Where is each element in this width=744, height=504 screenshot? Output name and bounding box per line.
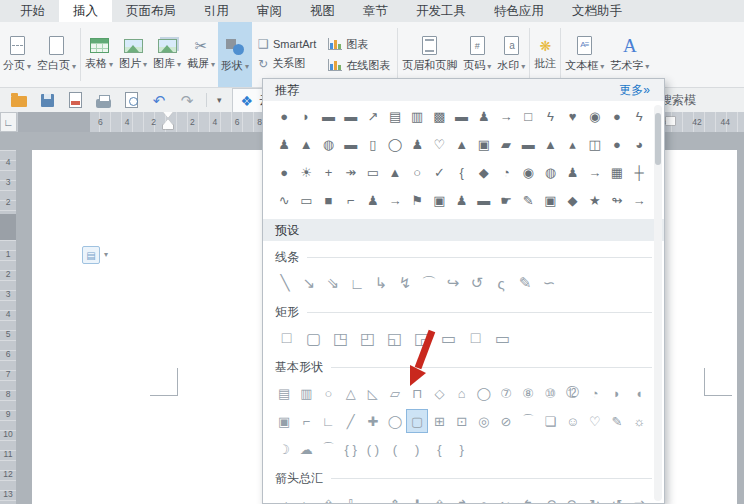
recommended-shape[interactable]: ↠: [340, 160, 362, 184]
arrow-shape[interactable]: ⇕: [384, 492, 406, 504]
relation-diagram-button[interactable]: ↻ 关系图: [258, 56, 316, 71]
save-button[interactable]: [38, 91, 56, 109]
rectangle-shape[interactable]: ▢: [300, 326, 327, 350]
recommended-shape[interactable]: ▬: [340, 132, 362, 156]
menu-tab-引用[interactable]: 引用: [190, 0, 243, 22]
basic-shape[interactable]: ⌒: [317, 437, 339, 461]
recommended-shape[interactable]: ●: [606, 104, 628, 128]
menu-tab-插入[interactable]: 插入: [59, 0, 112, 22]
line-shape[interactable]: ∽: [537, 271, 561, 295]
menu-tab-开始[interactable]: 开始: [6, 0, 59, 22]
basic-shape[interactable]: (: [384, 437, 406, 461]
recommended-shape[interactable]: ▬: [451, 104, 473, 128]
chart-button[interactable]: 图表: [328, 37, 390, 52]
recommended-shape[interactable]: ♡: [428, 132, 450, 156]
recommended-shape[interactable]: ▬: [317, 104, 339, 128]
print-preview-button[interactable]: [122, 91, 140, 109]
recommended-shape[interactable]: ▭: [362, 160, 384, 184]
gallery-button[interactable]: 图库: [150, 22, 184, 87]
recommended-shape[interactable]: ▯: [362, 132, 384, 156]
arrow-shape[interactable]: ⇔: [362, 492, 384, 504]
recommended-shape[interactable]: ▬: [517, 132, 539, 156]
recommended-shape[interactable]: ▬: [473, 188, 495, 212]
online-chart-button[interactable]: 在线图表: [328, 58, 390, 73]
basic-shape[interactable]: ◖: [628, 381, 650, 405]
recommended-shape[interactable]: ⚑: [406, 188, 428, 212]
recommended-shape[interactable]: ◗: [295, 104, 317, 128]
paste-options-caret[interactable]: ▾: [104, 250, 108, 259]
basic-shape[interactable]: ◯: [473, 381, 495, 405]
recommended-shape[interactable]: →: [495, 104, 517, 128]
recommended-shape[interactable]: □: [517, 104, 539, 128]
recommended-shape[interactable]: ♟: [273, 132, 295, 156]
line-shape[interactable]: ⌒: [417, 271, 441, 295]
arrow-shape[interactable]: ↱: [451, 492, 473, 504]
recommended-shape[interactable]: ▭: [295, 188, 317, 212]
recommended-shape[interactable]: ∿: [273, 188, 295, 212]
recommended-shape[interactable]: ◆: [561, 188, 583, 212]
basic-shape[interactable]: ☺: [561, 409, 583, 433]
basic-shape[interactable]: ☼: [628, 409, 650, 433]
line-shape[interactable]: ✎: [513, 271, 537, 295]
basic-shape[interactable]: ○: [317, 381, 339, 405]
menu-tab-开发工具[interactable]: 开发工具: [402, 0, 480, 22]
recommended-shape[interactable]: ▦: [606, 160, 628, 184]
blank-page-button[interactable]: 空白页: [34, 22, 79, 87]
rectangle-shape[interactable]: □: [273, 326, 300, 350]
basic-shape[interactable]: ♡: [584, 409, 606, 433]
recommended-shape[interactable]: ◉: [584, 104, 606, 128]
basic-shape[interactable]: {: [428, 437, 450, 461]
redo-button[interactable]: ↷: [178, 91, 196, 109]
recommended-shape[interactable]: ●: [273, 160, 295, 184]
screenshot-button[interactable]: ✂ 截屏: [184, 22, 218, 87]
line-shape[interactable]: ╲: [273, 271, 297, 295]
recommended-shape[interactable]: ◉: [517, 160, 539, 184]
line-shape[interactable]: ↯: [393, 271, 417, 295]
page-break-button[interactable]: 分页: [0, 22, 34, 87]
recommended-shape[interactable]: →: [384, 188, 406, 212]
recommended-shape[interactable]: ▩: [428, 104, 450, 128]
rectangle-shape[interactable]: ◰: [354, 326, 381, 350]
basic-shape[interactable]: ▤: [273, 381, 295, 405]
basic-shape[interactable]: ▥: [295, 381, 317, 405]
recommended-shape[interactable]: ◍: [539, 160, 561, 184]
arrow-shape[interactable]: ↰: [517, 492, 539, 504]
recommended-shape[interactable]: ↗: [362, 104, 384, 128]
smartart-button[interactable]: ❑ SmartArt: [258, 38, 316, 50]
arrow-shape[interactable]: ↪: [495, 492, 517, 504]
undo-button[interactable]: ↶: [150, 91, 168, 109]
recommended-shape[interactable]: →: [628, 188, 650, 212]
rectangle-shape[interactable]: □: [462, 326, 489, 350]
recommended-shape[interactable]: ┼: [628, 160, 650, 184]
recommended-shape[interactable]: ▲: [295, 132, 317, 156]
recommended-shape[interactable]: ◆: [473, 160, 495, 184]
recommended-shape[interactable]: ●: [606, 132, 628, 156]
basic-shape[interactable]: ( ): [362, 437, 384, 461]
basic-shape[interactable]: ╱: [340, 409, 362, 433]
arrow-shape[interactable]: ⇪: [428, 492, 450, 504]
recommended-shape[interactable]: →: [584, 160, 606, 184]
basic-shape[interactable]: ▣: [273, 409, 295, 433]
basic-shape[interactable]: ◯: [384, 409, 406, 433]
recommended-shape[interactable]: ■: [317, 188, 339, 212]
recommended-shape[interactable]: ▲: [451, 132, 473, 156]
basic-shape[interactable]: ⌂: [451, 381, 473, 405]
recommended-shape[interactable]: ▣: [428, 188, 450, 212]
recommended-shape[interactable]: ▬: [340, 104, 362, 128]
toolbar-dropdown-arrow[interactable]: ▾: [217, 95, 222, 105]
recommended-shape[interactable]: ♟: [451, 188, 473, 212]
menu-tab-视图[interactable]: 视图: [296, 0, 349, 22]
basic-shape[interactable]: ⑫: [561, 381, 583, 405]
basic-shape[interactable]: }: [451, 437, 473, 461]
recommended-shape[interactable]: ◔: [495, 160, 517, 184]
basic-shape[interactable]: ⌐: [295, 409, 317, 433]
rectangle-shape[interactable]: ▭: [489, 326, 516, 350]
line-shape[interactable]: ↳: [369, 271, 393, 295]
line-shape[interactable]: ↘: [297, 271, 321, 295]
indent-marker[interactable]: [162, 112, 174, 132]
recommended-shape[interactable]: ♟: [473, 104, 495, 128]
basic-shape[interactable]: ⑩: [539, 381, 561, 405]
basic-shape[interactable]: ): [406, 437, 428, 461]
basic-shape[interactable]: ⊘: [495, 409, 517, 433]
menu-tab-页面布局[interactable]: 页面布局: [112, 0, 190, 22]
